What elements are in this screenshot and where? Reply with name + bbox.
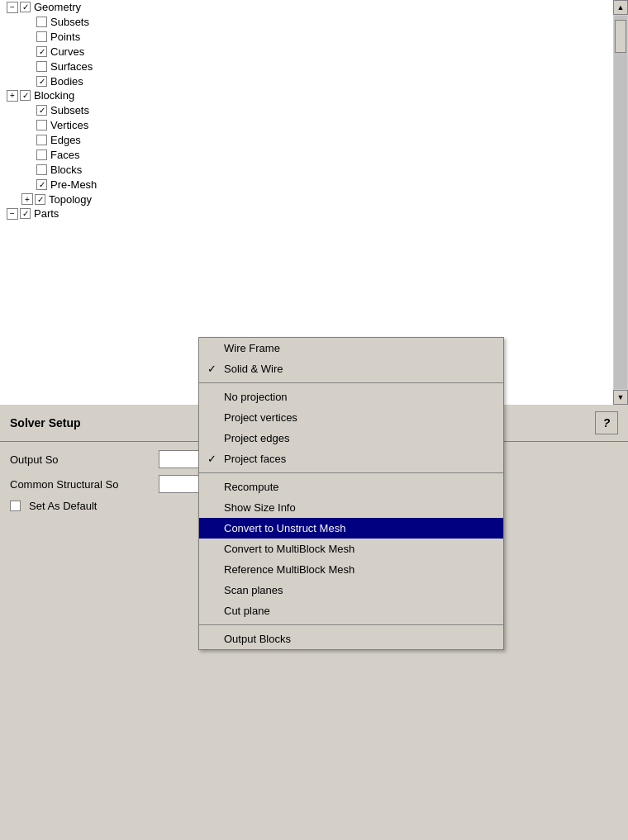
- geo-curves-label: Curves: [50, 45, 84, 58]
- checkbox-geo-curves[interactable]: [36, 46, 47, 57]
- context-menu: Wire FrameSolid & WireNo projectionProje…: [198, 337, 504, 650]
- blocking-label: Blocking: [34, 89, 74, 102]
- scrollbar-right[interactable]: ▲ ▼: [613, 0, 628, 405]
- tree-item-block-edges[interactable]: Edges: [0, 132, 595, 147]
- geo-subsets-label: Subsets: [50, 16, 89, 28]
- geometry-label: Geometry: [34, 1, 81, 13]
- connector-icon: [7, 192, 21, 206]
- tree-item-geo-bodies[interactable]: Bodies: [0, 74, 595, 88]
- menu-item-output-blocks[interactable]: Output Blocks: [199, 629, 503, 649]
- expand-parts-icon[interactable]: −: [7, 208, 18, 220]
- tree-item-geo-subsets[interactable]: Subsets: [0, 14, 595, 29]
- output-solver-label: Output So: [10, 453, 159, 466]
- menu-item-no-projection[interactable]: No projection: [199, 387, 503, 407]
- scrollbar-thumb[interactable]: [615, 20, 626, 53]
- tree-item-block-topology[interactable]: + Topology: [0, 192, 595, 206]
- connector-icon: [7, 178, 21, 191]
- connector-icon: [21, 30, 36, 43]
- menu-item-project-faces[interactable]: Project faces: [199, 448, 503, 469]
- connector-icon: [7, 15, 21, 28]
- parts-label: Parts: [34, 207, 59, 220]
- checkbox-block-topology[interactable]: [35, 194, 45, 205]
- tree-item-block-subsets[interactable]: Subsets: [0, 102, 595, 117]
- connector-icon: [7, 118, 21, 131]
- menu-item-show-size-info[interactable]: Show Size Info: [199, 497, 503, 518]
- scrollbar-track[interactable]: [614, 16, 627, 389]
- block-blocks-label: Blocks: [50, 164, 82, 176]
- block-edges-label: Edges: [50, 134, 81, 146]
- menu-item-project-vertices[interactable]: Project vertices: [199, 407, 503, 428]
- connector-icon: [7, 45, 21, 58]
- connector-icon: [21, 103, 36, 116]
- connector-icon: [21, 59, 36, 73]
- connector-icon: [21, 74, 36, 88]
- geo-points-label: Points: [50, 31, 80, 43]
- menu-item-wire-frame[interactable]: Wire Frame: [199, 338, 503, 358]
- scroll-down-arrow[interactable]: ▼: [613, 390, 628, 405]
- connector-icon: [21, 163, 36, 176]
- geo-surfaces-label: Surfaces: [50, 60, 93, 73]
- block-premesh-label: Pre-Mesh: [50, 178, 97, 191]
- checkbox-geometry[interactable]: [20, 2, 31, 12]
- tree-item-geo-surfaces[interactable]: Surfaces: [0, 59, 595, 74]
- connector-icon: [21, 148, 36, 161]
- expand-geometry-icon[interactable]: −: [7, 2, 18, 13]
- checkbox-block-edges[interactable]: [36, 135, 47, 145]
- connector-icon: [7, 133, 21, 146]
- checkbox-block-premesh[interactable]: [36, 179, 47, 190]
- checkbox-geo-bodies[interactable]: [36, 76, 47, 87]
- connector-icon: [7, 74, 21, 88]
- help-button[interactable]: ?: [595, 411, 618, 434]
- connector-icon: [7, 59, 21, 73]
- menu-item-solid-wire[interactable]: Solid & Wire: [199, 358, 503, 379]
- tree-item-block-blocks[interactable]: Blocks: [0, 162, 595, 177]
- menu-separator: [199, 382, 503, 383]
- checkbox-geo-surfaces[interactable]: [36, 61, 47, 72]
- checkbox-block-subsets[interactable]: [36, 105, 47, 116]
- menu-item-cut-plane[interactable]: Cut plane: [199, 600, 503, 621]
- menu-separator: [199, 472, 503, 473]
- block-topology-label: Topology: [49, 193, 92, 206]
- checkbox-geo-subsets[interactable]: [36, 17, 47, 27]
- menu-item-scan-planes[interactable]: Scan planes: [199, 580, 503, 600]
- tree-item-geo-points[interactable]: Points: [0, 29, 595, 44]
- set-as-default-label: Set As Default: [29, 500, 97, 512]
- connector-icon: [21, 15, 36, 28]
- tree-item-block-faces[interactable]: Faces: [0, 147, 595, 162]
- connector-icon: [7, 148, 21, 161]
- menu-item-convert-unstruct[interactable]: Convert to Unstruct Mesh: [199, 518, 503, 539]
- set-as-default-checkbox[interactable]: [10, 501, 21, 511]
- block-faces-label: Faces: [50, 149, 79, 161]
- connector-icon: [7, 163, 21, 176]
- connector-icon: [21, 45, 36, 58]
- connector-icon: [7, 30, 21, 43]
- tree-item-parts[interactable]: − Parts: [0, 206, 595, 221]
- connector-icon: [21, 133, 36, 146]
- menu-item-convert-multiblock[interactable]: Convert to MultiBlock Mesh: [199, 539, 503, 559]
- connector-icon: [7, 103, 21, 116]
- tree-item-geo-curves[interactable]: Curves: [0, 44, 595, 59]
- checkbox-block-vertices[interactable]: [36, 120, 47, 131]
- block-subsets-label: Subsets: [50, 104, 89, 116]
- tree-item-block-vertices[interactable]: Vertices: [0, 117, 595, 132]
- checkbox-blocking[interactable]: [20, 90, 31, 101]
- menu-separator: [199, 624, 503, 625]
- checkbox-parts[interactable]: [20, 208, 31, 219]
- expand-blocking-icon[interactable]: +: [7, 90, 18, 102]
- tree-item-blocking[interactable]: + Blocking: [0, 88, 595, 102]
- block-vertices-label: Vertices: [50, 119, 88, 131]
- expand-topology-icon[interactable]: +: [21, 193, 33, 205]
- tree-item-geometry[interactable]: − Geometry: [0, 0, 595, 14]
- menu-item-project-edges[interactable]: Project edges: [199, 428, 503, 448]
- common-structural-label: Common Structural So: [10, 478, 159, 491]
- menu-item-recompute[interactable]: Recompute: [199, 477, 503, 497]
- tree-item-block-premesh[interactable]: Pre-Mesh: [0, 177, 595, 192]
- geo-bodies-label: Bodies: [50, 75, 83, 88]
- checkbox-block-faces[interactable]: [36, 149, 47, 160]
- connector-icon: [21, 118, 36, 131]
- checkbox-geo-points[interactable]: [36, 31, 47, 42]
- solver-title: Solver Setup: [10, 416, 81, 429]
- checkbox-block-blocks[interactable]: [36, 164, 47, 175]
- scroll-up-arrow[interactable]: ▲: [613, 0, 628, 15]
- menu-item-reference-multiblock[interactable]: Reference MultiBlock Mesh: [199, 559, 503, 580]
